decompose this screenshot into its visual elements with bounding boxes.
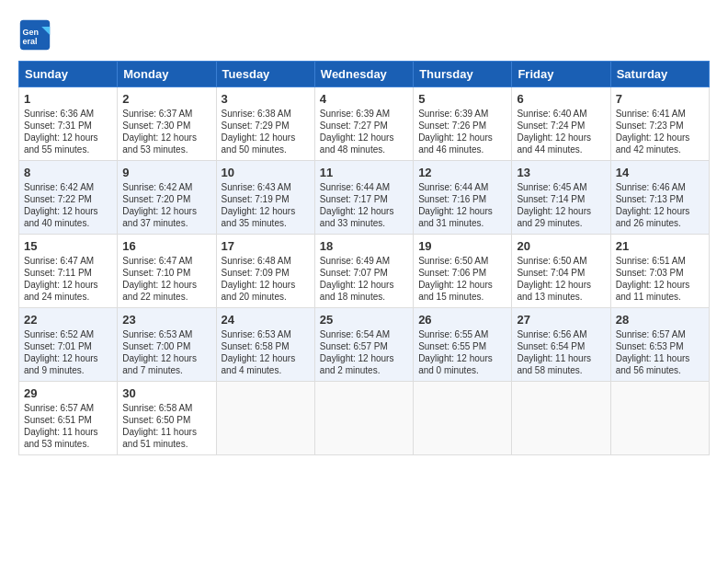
week-row: 8Sunrise: 6:42 AM Sunset: 7:22 PM Daylig… <box>19 161 710 235</box>
day-info: Sunrise: 6:45 AM Sunset: 7:14 PM Dayligh… <box>517 181 605 229</box>
col-header-tuesday: Tuesday <box>216 62 314 87</box>
day-info: Sunrise: 6:56 AM Sunset: 6:54 PM Dayligh… <box>517 328 605 376</box>
day-number: 5 <box>418 92 506 106</box>
day-info: Sunrise: 6:39 AM Sunset: 7:27 PM Dayligh… <box>320 108 408 155</box>
day-info: Sunrise: 6:47 AM Sunset: 7:10 PM Dayligh… <box>122 255 210 303</box>
day-info: Sunrise: 6:49 AM Sunset: 7:07 PM Dayligh… <box>320 255 408 303</box>
day-cell: 18Sunrise: 6:49 AM Sunset: 7:07 PM Dayli… <box>314 235 413 308</box>
day-info: Sunrise: 6:44 AM Sunset: 7:17 PM Dayligh… <box>320 181 408 229</box>
day-cell: 22Sunrise: 6:52 AM Sunset: 7:01 PM Dayli… <box>19 308 118 382</box>
day-info: Sunrise: 6:38 AM Sunset: 7:29 PM Dayligh… <box>222 108 310 155</box>
svg-text:Gen: Gen <box>23 28 40 37</box>
week-row: 15Sunrise: 6:47 AM Sunset: 7:11 PM Dayli… <box>19 235 710 308</box>
day-number: 30 <box>122 386 210 400</box>
day-cell: 25Sunrise: 6:54 AM Sunset: 6:57 PM Dayli… <box>314 308 413 382</box>
day-cell <box>216 382 314 455</box>
day-info: Sunrise: 6:46 AM Sunset: 7:13 PM Dayligh… <box>616 181 704 229</box>
logo-icon: Gen eral <box>18 18 51 52</box>
day-cell: 10Sunrise: 6:43 AM Sunset: 7:19 PM Dayli… <box>216 161 314 235</box>
day-info: Sunrise: 6:57 AM Sunset: 6:51 PM Dayligh… <box>24 402 112 450</box>
day-info: Sunrise: 6:53 AM Sunset: 6:58 PM Dayligh… <box>222 328 310 376</box>
day-info: Sunrise: 6:37 AM Sunset: 7:30 PM Dayligh… <box>122 108 210 155</box>
day-info: Sunrise: 6:43 AM Sunset: 7:19 PM Dayligh… <box>222 181 310 229</box>
day-cell: 28Sunrise: 6:57 AM Sunset: 6:53 PM Dayli… <box>610 308 709 382</box>
day-number: 27 <box>517 313 605 327</box>
day-number: 6 <box>517 92 605 106</box>
day-cell: 29Sunrise: 6:57 AM Sunset: 6:51 PM Dayli… <box>19 382 118 455</box>
day-cell: 12Sunrise: 6:44 AM Sunset: 7:16 PM Dayli… <box>414 161 512 235</box>
day-cell: 6Sunrise: 6:40 AM Sunset: 7:24 PM Daylig… <box>512 87 610 161</box>
day-cell: 26Sunrise: 6:55 AM Sunset: 6:55 PM Dayli… <box>414 308 512 382</box>
header-row: SundayMondayTuesdayWednesdayThursdayFrid… <box>19 62 710 87</box>
day-info: Sunrise: 6:48 AM Sunset: 7:09 PM Dayligh… <box>222 255 310 303</box>
day-number: 10 <box>222 166 310 179</box>
day-info: Sunrise: 6:47 AM Sunset: 7:11 PM Dayligh… <box>24 255 112 303</box>
day-info: Sunrise: 6:57 AM Sunset: 6:53 PM Dayligh… <box>616 328 704 376</box>
day-cell: 13Sunrise: 6:45 AM Sunset: 7:14 PM Dayli… <box>512 161 610 235</box>
day-number: 20 <box>517 239 605 253</box>
day-number: 23 <box>122 313 210 327</box>
day-number: 7 <box>616 92 704 106</box>
day-number: 2 <box>122 92 210 106</box>
col-header-friday: Friday <box>512 62 610 87</box>
day-cell: 5Sunrise: 6:39 AM Sunset: 7:26 PM Daylig… <box>414 87 512 161</box>
day-cell: 20Sunrise: 6:50 AM Sunset: 7:04 PM Dayli… <box>512 235 610 308</box>
day-cell <box>610 382 709 455</box>
day-number: 22 <box>24 313 112 327</box>
day-number: 3 <box>222 92 310 106</box>
week-row: 22Sunrise: 6:52 AM Sunset: 7:01 PM Dayli… <box>19 308 710 382</box>
col-header-thursday: Thursday <box>414 62 512 87</box>
day-number: 12 <box>418 166 506 179</box>
day-number: 17 <box>222 239 310 253</box>
col-header-sunday: Sunday <box>19 62 118 87</box>
day-cell: 30Sunrise: 6:58 AM Sunset: 6:50 PM Dayli… <box>118 382 216 455</box>
day-number: 16 <box>122 239 210 253</box>
day-cell: 7Sunrise: 6:41 AM Sunset: 7:23 PM Daylig… <box>610 87 709 161</box>
day-cell <box>414 382 512 455</box>
day-number: 1 <box>24 92 112 106</box>
header: Gen eral <box>18 18 710 52</box>
col-header-wednesday: Wednesday <box>314 62 413 87</box>
day-number: 21 <box>616 239 704 253</box>
day-cell: 21Sunrise: 6:51 AM Sunset: 7:03 PM Dayli… <box>610 235 709 308</box>
day-number: 13 <box>517 166 605 179</box>
day-cell: 8Sunrise: 6:42 AM Sunset: 7:22 PM Daylig… <box>19 161 118 235</box>
day-info: Sunrise: 6:54 AM Sunset: 6:57 PM Dayligh… <box>320 328 408 376</box>
day-cell: 3Sunrise: 6:38 AM Sunset: 7:29 PM Daylig… <box>216 87 314 161</box>
day-number: 9 <box>122 166 210 179</box>
day-cell <box>314 382 413 455</box>
day-info: Sunrise: 6:39 AM Sunset: 7:26 PM Dayligh… <box>418 108 506 155</box>
svg-text:eral: eral <box>23 37 38 46</box>
col-header-monday: Monday <box>118 62 216 87</box>
day-info: Sunrise: 6:44 AM Sunset: 7:16 PM Dayligh… <box>418 181 506 229</box>
day-number: 28 <box>616 313 704 327</box>
day-cell: 16Sunrise: 6:47 AM Sunset: 7:10 PM Dayli… <box>118 235 216 308</box>
week-row: 1Sunrise: 6:36 AM Sunset: 7:31 PM Daylig… <box>19 87 710 161</box>
day-info: Sunrise: 6:41 AM Sunset: 7:23 PM Dayligh… <box>616 108 704 155</box>
week-row: 29Sunrise: 6:57 AM Sunset: 6:51 PM Dayli… <box>19 382 710 455</box>
day-cell: 1Sunrise: 6:36 AM Sunset: 7:31 PM Daylig… <box>19 87 118 161</box>
day-cell: 4Sunrise: 6:39 AM Sunset: 7:27 PM Daylig… <box>314 87 413 161</box>
day-number: 25 <box>320 313 408 327</box>
day-info: Sunrise: 6:40 AM Sunset: 7:24 PM Dayligh… <box>517 108 605 155</box>
day-cell: 19Sunrise: 6:50 AM Sunset: 7:06 PM Dayli… <box>414 235 512 308</box>
day-info: Sunrise: 6:55 AM Sunset: 6:55 PM Dayligh… <box>418 328 506 376</box>
day-number: 15 <box>24 239 112 253</box>
day-info: Sunrise: 6:51 AM Sunset: 7:03 PM Dayligh… <box>616 255 704 303</box>
col-header-saturday: Saturday <box>610 62 709 87</box>
day-cell: 24Sunrise: 6:53 AM Sunset: 6:58 PM Dayli… <box>216 308 314 382</box>
day-info: Sunrise: 6:52 AM Sunset: 7:01 PM Dayligh… <box>24 328 112 376</box>
day-number: 26 <box>418 313 506 327</box>
day-info: Sunrise: 6:50 AM Sunset: 7:04 PM Dayligh… <box>517 255 605 303</box>
day-info: Sunrise: 6:42 AM Sunset: 7:22 PM Dayligh… <box>24 181 112 229</box>
day-cell: 17Sunrise: 6:48 AM Sunset: 7:09 PM Dayli… <box>216 235 314 308</box>
day-info: Sunrise: 6:58 AM Sunset: 6:50 PM Dayligh… <box>122 402 210 450</box>
day-info: Sunrise: 6:53 AM Sunset: 7:00 PM Dayligh… <box>122 328 210 376</box>
day-cell: 2Sunrise: 6:37 AM Sunset: 7:30 PM Daylig… <box>118 87 216 161</box>
day-number: 11 <box>320 166 408 179</box>
day-cell: 23Sunrise: 6:53 AM Sunset: 7:00 PM Dayli… <box>118 308 216 382</box>
day-number: 14 <box>616 166 704 179</box>
day-info: Sunrise: 6:42 AM Sunset: 7:20 PM Dayligh… <box>122 181 210 229</box>
day-number: 29 <box>24 386 112 400</box>
day-number: 8 <box>24 166 112 179</box>
